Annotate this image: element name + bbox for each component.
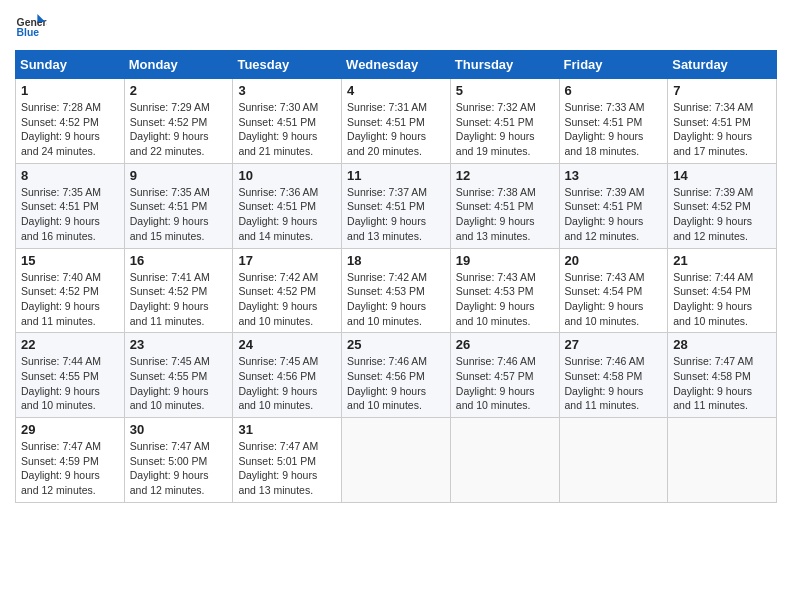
- calendar-cell: 31Sunrise: 7:47 AM Sunset: 5:01 PM Dayli…: [233, 418, 342, 503]
- day-info: Sunrise: 7:47 AM Sunset: 4:59 PM Dayligh…: [21, 439, 119, 498]
- calendar-cell: 23Sunrise: 7:45 AM Sunset: 4:55 PM Dayli…: [124, 333, 233, 418]
- day-info: Sunrise: 7:42 AM Sunset: 4:52 PM Dayligh…: [238, 270, 336, 329]
- calendar-cell: 4Sunrise: 7:31 AM Sunset: 4:51 PM Daylig…: [342, 79, 451, 164]
- col-header-sunday: Sunday: [16, 51, 125, 79]
- day-info: Sunrise: 7:46 AM Sunset: 4:58 PM Dayligh…: [565, 354, 663, 413]
- calendar-cell: 14Sunrise: 7:39 AM Sunset: 4:52 PM Dayli…: [668, 163, 777, 248]
- calendar-cell: 24Sunrise: 7:45 AM Sunset: 4:56 PM Dayli…: [233, 333, 342, 418]
- day-number: 2: [130, 83, 228, 98]
- calendar-cell: 6Sunrise: 7:33 AM Sunset: 4:51 PM Daylig…: [559, 79, 668, 164]
- day-info: Sunrise: 7:29 AM Sunset: 4:52 PM Dayligh…: [130, 100, 228, 159]
- day-info: Sunrise: 7:36 AM Sunset: 4:51 PM Dayligh…: [238, 185, 336, 244]
- logo: General Blue: [15, 10, 47, 42]
- calendar-table: SundayMondayTuesdayWednesdayThursdayFrid…: [15, 50, 777, 503]
- day-info: Sunrise: 7:41 AM Sunset: 4:52 PM Dayligh…: [130, 270, 228, 329]
- week-row-2: 8Sunrise: 7:35 AM Sunset: 4:51 PM Daylig…: [16, 163, 777, 248]
- col-header-wednesday: Wednesday: [342, 51, 451, 79]
- logo-icon: General Blue: [15, 10, 47, 42]
- day-number: 5: [456, 83, 554, 98]
- calendar-cell: 7Sunrise: 7:34 AM Sunset: 4:51 PM Daylig…: [668, 79, 777, 164]
- day-info: Sunrise: 7:35 AM Sunset: 4:51 PM Dayligh…: [130, 185, 228, 244]
- calendar-cell: 28Sunrise: 7:47 AM Sunset: 4:58 PM Dayli…: [668, 333, 777, 418]
- calendar-cell: 10Sunrise: 7:36 AM Sunset: 4:51 PM Dayli…: [233, 163, 342, 248]
- col-header-tuesday: Tuesday: [233, 51, 342, 79]
- day-info: Sunrise: 7:43 AM Sunset: 4:54 PM Dayligh…: [565, 270, 663, 329]
- day-info: Sunrise: 7:28 AM Sunset: 4:52 PM Dayligh…: [21, 100, 119, 159]
- day-info: Sunrise: 7:39 AM Sunset: 4:51 PM Dayligh…: [565, 185, 663, 244]
- day-number: 1: [21, 83, 119, 98]
- day-number: 30: [130, 422, 228, 437]
- day-number: 29: [21, 422, 119, 437]
- day-info: Sunrise: 7:47 AM Sunset: 5:00 PM Dayligh…: [130, 439, 228, 498]
- week-row-3: 15Sunrise: 7:40 AM Sunset: 4:52 PM Dayli…: [16, 248, 777, 333]
- day-number: 22: [21, 337, 119, 352]
- day-info: Sunrise: 7:31 AM Sunset: 4:51 PM Dayligh…: [347, 100, 445, 159]
- day-info: Sunrise: 7:39 AM Sunset: 4:52 PM Dayligh…: [673, 185, 771, 244]
- calendar-body: 1Sunrise: 7:28 AM Sunset: 4:52 PM Daylig…: [16, 79, 777, 503]
- day-info: Sunrise: 7:47 AM Sunset: 5:01 PM Dayligh…: [238, 439, 336, 498]
- calendar-cell: 13Sunrise: 7:39 AM Sunset: 4:51 PM Dayli…: [559, 163, 668, 248]
- calendar-cell: 20Sunrise: 7:43 AM Sunset: 4:54 PM Dayli…: [559, 248, 668, 333]
- day-number: 3: [238, 83, 336, 98]
- day-info: Sunrise: 7:44 AM Sunset: 4:55 PM Dayligh…: [21, 354, 119, 413]
- day-number: 23: [130, 337, 228, 352]
- day-info: Sunrise: 7:46 AM Sunset: 4:56 PM Dayligh…: [347, 354, 445, 413]
- day-info: Sunrise: 7:34 AM Sunset: 4:51 PM Dayligh…: [673, 100, 771, 159]
- day-number: 7: [673, 83, 771, 98]
- calendar-cell: 8Sunrise: 7:35 AM Sunset: 4:51 PM Daylig…: [16, 163, 125, 248]
- calendar-cell: [559, 418, 668, 503]
- day-info: Sunrise: 7:45 AM Sunset: 4:55 PM Dayligh…: [130, 354, 228, 413]
- day-number: 8: [21, 168, 119, 183]
- day-number: 27: [565, 337, 663, 352]
- day-number: 11: [347, 168, 445, 183]
- calendar-cell: 3Sunrise: 7:30 AM Sunset: 4:51 PM Daylig…: [233, 79, 342, 164]
- col-header-monday: Monday: [124, 51, 233, 79]
- calendar-cell: 5Sunrise: 7:32 AM Sunset: 4:51 PM Daylig…: [450, 79, 559, 164]
- day-info: Sunrise: 7:33 AM Sunset: 4:51 PM Dayligh…: [565, 100, 663, 159]
- calendar-cell: [342, 418, 451, 503]
- day-number: 10: [238, 168, 336, 183]
- calendar-cell: 21Sunrise: 7:44 AM Sunset: 4:54 PM Dayli…: [668, 248, 777, 333]
- col-header-saturday: Saturday: [668, 51, 777, 79]
- day-info: Sunrise: 7:47 AM Sunset: 4:58 PM Dayligh…: [673, 354, 771, 413]
- day-number: 12: [456, 168, 554, 183]
- calendar-cell: 17Sunrise: 7:42 AM Sunset: 4:52 PM Dayli…: [233, 248, 342, 333]
- day-number: 6: [565, 83, 663, 98]
- calendar-cell: 30Sunrise: 7:47 AM Sunset: 5:00 PM Dayli…: [124, 418, 233, 503]
- day-number: 13: [565, 168, 663, 183]
- calendar-cell: 27Sunrise: 7:46 AM Sunset: 4:58 PM Dayli…: [559, 333, 668, 418]
- day-info: Sunrise: 7:30 AM Sunset: 4:51 PM Dayligh…: [238, 100, 336, 159]
- week-row-4: 22Sunrise: 7:44 AM Sunset: 4:55 PM Dayli…: [16, 333, 777, 418]
- day-number: 20: [565, 253, 663, 268]
- col-header-thursday: Thursday: [450, 51, 559, 79]
- day-number: 18: [347, 253, 445, 268]
- day-number: 17: [238, 253, 336, 268]
- day-info: Sunrise: 7:40 AM Sunset: 4:52 PM Dayligh…: [21, 270, 119, 329]
- calendar-cell: 15Sunrise: 7:40 AM Sunset: 4:52 PM Dayli…: [16, 248, 125, 333]
- calendar-cell: 19Sunrise: 7:43 AM Sunset: 4:53 PM Dayli…: [450, 248, 559, 333]
- day-number: 19: [456, 253, 554, 268]
- day-number: 14: [673, 168, 771, 183]
- calendar-cell: 9Sunrise: 7:35 AM Sunset: 4:51 PM Daylig…: [124, 163, 233, 248]
- header-row: SundayMondayTuesdayWednesdayThursdayFrid…: [16, 51, 777, 79]
- calendar-cell: 1Sunrise: 7:28 AM Sunset: 4:52 PM Daylig…: [16, 79, 125, 164]
- day-number: 9: [130, 168, 228, 183]
- calendar-cell: 12Sunrise: 7:38 AM Sunset: 4:51 PM Dayli…: [450, 163, 559, 248]
- day-info: Sunrise: 7:45 AM Sunset: 4:56 PM Dayligh…: [238, 354, 336, 413]
- calendar-cell: [668, 418, 777, 503]
- calendar-cell: 25Sunrise: 7:46 AM Sunset: 4:56 PM Dayli…: [342, 333, 451, 418]
- calendar-header: SundayMondayTuesdayWednesdayThursdayFrid…: [16, 51, 777, 79]
- day-info: Sunrise: 7:46 AM Sunset: 4:57 PM Dayligh…: [456, 354, 554, 413]
- day-number: 21: [673, 253, 771, 268]
- week-row-1: 1Sunrise: 7:28 AM Sunset: 4:52 PM Daylig…: [16, 79, 777, 164]
- day-info: Sunrise: 7:44 AM Sunset: 4:54 PM Dayligh…: [673, 270, 771, 329]
- day-number: 15: [21, 253, 119, 268]
- day-info: Sunrise: 7:43 AM Sunset: 4:53 PM Dayligh…: [456, 270, 554, 329]
- calendar-cell: 18Sunrise: 7:42 AM Sunset: 4:53 PM Dayli…: [342, 248, 451, 333]
- svg-text:General: General: [17, 17, 47, 28]
- day-info: Sunrise: 7:37 AM Sunset: 4:51 PM Dayligh…: [347, 185, 445, 244]
- calendar-cell: 26Sunrise: 7:46 AM Sunset: 4:57 PM Dayli…: [450, 333, 559, 418]
- calendar-cell: 2Sunrise: 7:29 AM Sunset: 4:52 PM Daylig…: [124, 79, 233, 164]
- day-number: 25: [347, 337, 445, 352]
- day-number: 26: [456, 337, 554, 352]
